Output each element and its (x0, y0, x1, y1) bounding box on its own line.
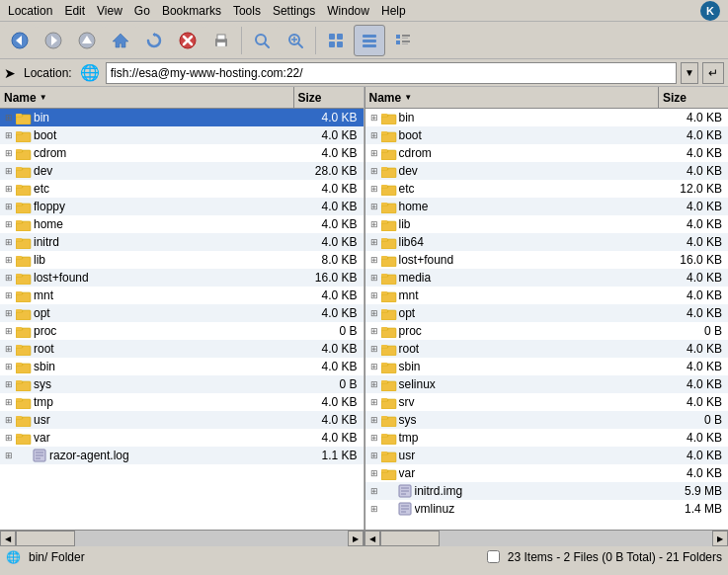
left-file-list[interactable]: ⊞bin4.0 KB⊞boot4.0 KB⊞cdrom4.0 KB⊞dev28.… (0, 109, 364, 530)
up-button[interactable] (71, 25, 103, 56)
left-scroll-left[interactable]: ◀ (0, 531, 16, 546)
list-item[interactable]: ⊞selinux4.0 KB (365, 375, 729, 393)
expand-icon[interactable]: ⊞ (2, 235, 16, 249)
list-item[interactable]: ⊞media4.0 KB (365, 269, 729, 287)
list-item[interactable]: ⊞dev28.0 KB (0, 162, 364, 180)
expand-icon[interactable]: ⊞ (367, 271, 381, 285)
list-item[interactable]: ⊞lib8.0 KB (0, 251, 364, 269)
right-scroll-right[interactable]: ▶ (712, 531, 728, 546)
menu-go[interactable]: Go (128, 2, 156, 20)
expand-icon[interactable]: ⊞ (2, 200, 16, 213)
list-item[interactable]: ⊞opt4.0 KB (365, 304, 729, 322)
list-item[interactable]: ⊞dev4.0 KB (365, 162, 729, 180)
location-go-button[interactable]: ↵ (702, 62, 724, 84)
location-dropdown-button[interactable]: ▼ (681, 62, 698, 84)
menu-settings[interactable]: Settings (267, 2, 321, 20)
expand-icon[interactable]: ⊞ (367, 413, 381, 427)
menu-help[interactable]: Help (375, 2, 412, 20)
expand-icon[interactable]: ⊞ (2, 360, 16, 373)
expand-icon[interactable]: ⊞ (2, 217, 16, 231)
list-item[interactable]: ⊞floppy4.0 KB (0, 198, 364, 215)
list-item[interactable]: ⊞cdrom4.0 KB (365, 144, 729, 162)
menu-edit[interactable]: Edit (58, 2, 91, 20)
list-item[interactable]: ⊞initrd4.0 KB (0, 233, 364, 251)
list-item[interactable]: ⊞sbin4.0 KB (0, 358, 364, 375)
expand-icon[interactable]: ⊞ (2, 324, 16, 338)
expand-icon[interactable]: ⊞ (2, 288, 16, 302)
list-item[interactable]: ⊞opt4.0 KB (0, 304, 364, 322)
expand-icon[interactable]: ⊞ (367, 377, 381, 391)
expand-icon[interactable]: ⊞ (367, 128, 381, 142)
list-item[interactable]: ⊞vmlinuz1.4 MB (365, 500, 729, 518)
list-item[interactable]: ⊞proc0 B (0, 322, 364, 340)
reload-button[interactable] (138, 25, 170, 56)
list-item[interactable]: ⊞mnt4.0 KB (365, 287, 729, 304)
list-item[interactable]: ⊞tmp4.0 KB (365, 429, 729, 447)
stop-button[interactable] (172, 25, 203, 56)
expand-icon[interactable]: ⊞ (367, 288, 381, 302)
list-item[interactable]: ⊞root4.0 KB (365, 340, 729, 358)
zoom-in-button[interactable] (280, 25, 311, 56)
list-item[interactable]: ⊞root4.0 KB (0, 340, 364, 358)
expand-icon[interactable]: ⊞ (367, 360, 381, 373)
expand-icon[interactable]: ⊞ (367, 200, 381, 213)
list-item[interactable]: ⊞bin4.0 KB (365, 109, 729, 126)
expand-icon[interactable]: ⊞ (2, 431, 16, 445)
right-scroll-track[interactable] (380, 531, 712, 546)
expand-icon[interactable]: ⊞ (2, 253, 16, 267)
list-item[interactable]: ⊞tmp4.0 KB (0, 393, 364, 411)
menu-view[interactable]: View (91, 2, 128, 20)
expand-icon[interactable]: ⊞ (367, 484, 381, 498)
menu-tools[interactable]: Tools (227, 2, 267, 20)
right-file-list[interactable]: ⊞bin4.0 KB⊞boot4.0 KB⊞cdrom4.0 KB⊞dev4.0… (365, 109, 729, 530)
list-item[interactable]: ⊞lost+found16.0 KB (0, 269, 364, 287)
list-item[interactable]: ⊞boot4.0 KB (365, 126, 729, 144)
list-item[interactable]: ⊞razor-agent.log1.1 KB (0, 447, 364, 464)
expand-icon[interactable]: ⊞ (367, 235, 381, 249)
left-scrollbar[interactable]: ◀ ▶ (0, 531, 364, 545)
view-detail-button[interactable] (387, 25, 419, 56)
list-item[interactable]: ⊞srv4.0 KB (365, 393, 729, 411)
list-item[interactable]: ⊞usr4.0 KB (0, 411, 364, 429)
list-item[interactable]: ⊞lib644.0 KB (365, 233, 729, 251)
left-scroll-right[interactable]: ▶ (348, 531, 364, 546)
view-list-button[interactable] (354, 25, 385, 56)
right-scroll-left[interactable]: ◀ (364, 531, 380, 546)
find-button[interactable] (246, 25, 278, 56)
left-size-header[interactable]: Size (294, 87, 364, 108)
list-item[interactable]: ⊞cdrom4.0 KB (0, 144, 364, 162)
list-item[interactable]: ⊞lost+found16.0 KB (365, 251, 729, 269)
home-button[interactable] (105, 25, 136, 56)
left-scroll-thumb[interactable] (16, 531, 75, 546)
right-scrollbar[interactable]: ◀ ▶ (364, 531, 728, 545)
list-item[interactable]: ⊞sbin4.0 KB (365, 358, 729, 375)
expand-icon[interactable]: ⊞ (2, 128, 16, 142)
left-name-header[interactable]: Name ▼ (0, 87, 294, 108)
right-scroll-thumb[interactable] (380, 531, 440, 546)
expand-icon[interactable]: ⊞ (367, 395, 381, 409)
list-item[interactable]: ⊞bin4.0 KB (0, 109, 364, 126)
forward-button[interactable] (38, 25, 69, 56)
list-item[interactable]: ⊞var4.0 KB (0, 429, 364, 447)
list-item[interactable]: ⊞sys0 B (0, 375, 364, 393)
expand-icon[interactable]: ⊞ (367, 217, 381, 231)
list-item[interactable]: ⊞sys0 B (365, 411, 729, 429)
list-item[interactable]: ⊞etc4.0 KB (0, 180, 364, 198)
right-name-header[interactable]: Name ▼ (365, 87, 660, 108)
list-item[interactable]: ⊞lib4.0 KB (365, 215, 729, 233)
menu-location[interactable]: Location (2, 2, 58, 20)
expand-icon[interactable]: ⊞ (2, 306, 16, 320)
list-item[interactable]: ⊞initrd.img5.9 MB (365, 482, 729, 500)
list-item[interactable]: ⊞mnt4.0 KB (0, 287, 364, 304)
expand-icon[interactable]: ⊞ (367, 342, 381, 356)
right-size-header[interactable]: Size (659, 87, 728, 108)
expand-icon[interactable]: ⊞ (367, 466, 381, 480)
expand-icon[interactable]: ⊞ (367, 146, 381, 160)
view-icons-button[interactable] (320, 25, 352, 56)
expand-icon[interactable]: ⊞ (2, 449, 16, 462)
expand-icon[interactable]: ⊞ (367, 449, 381, 462)
expand-icon[interactable]: ⊞ (2, 271, 16, 285)
list-item[interactable]: ⊞home4.0 KB (365, 198, 729, 215)
list-item[interactable]: ⊞proc0 B (365, 322, 729, 340)
expand-icon[interactable]: ⊞ (367, 431, 381, 445)
